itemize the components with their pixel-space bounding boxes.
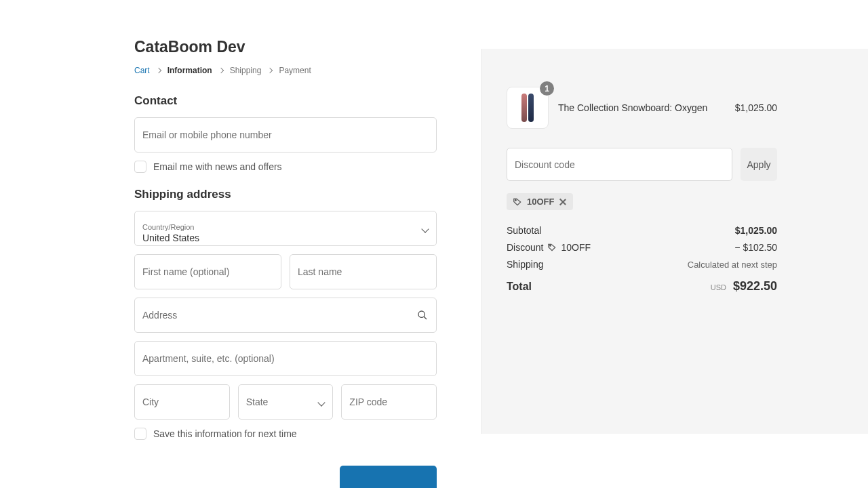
shipping-label: Shipping [507, 259, 544, 270]
subtotal-line: Subtotal $1,025.00 [507, 225, 777, 236]
product-thumbnail: 1 [507, 87, 549, 129]
news-offers-checkbox[interactable] [134, 161, 146, 173]
remove-discount-button[interactable] [559, 198, 567, 206]
currency-code: USD [711, 283, 726, 291]
first-name-input[interactable] [142, 266, 273, 277]
apartment-input[interactable] [142, 353, 429, 364]
news-offers-label: Email me with news and offers [153, 161, 282, 172]
svg-point-2 [515, 199, 517, 201]
breadcrumb: Cart Information Shipping Payment [134, 66, 437, 75]
zip-field-wrapper [341, 384, 437, 420]
subtotal-value: $1,025.00 [735, 225, 777, 236]
last-name-input[interactable] [298, 266, 429, 277]
address-input[interactable] [142, 310, 429, 321]
shipping-value: Calculated at next step [688, 260, 777, 270]
country-select[interactable]: Country/Region United States [134, 211, 437, 246]
apply-button[interactable]: Apply [741, 148, 777, 181]
tag-icon [513, 197, 522, 207]
chevron-right-icon [155, 68, 161, 73]
city-input[interactable] [142, 396, 222, 407]
breadcrumb-shipping: Shipping [230, 66, 262, 75]
svg-line-1 [424, 317, 427, 319]
breadcrumb-cart[interactable]: Cart [134, 66, 150, 75]
discount-row: Apply [507, 148, 777, 181]
total-label: Total [507, 281, 532, 293]
email-input[interactable] [142, 129, 429, 140]
zip-input[interactable] [349, 396, 429, 407]
product-row: 1 The Collection Snowboard: Oxygen $1,02… [507, 87, 777, 129]
save-info-row: Save this information for next time [134, 428, 437, 440]
country-value: United States [142, 232, 199, 243]
country-label: Country/Region [142, 223, 194, 231]
state-placeholder: State [246, 396, 269, 407]
order-summary: 1 The Collection Snowboard: Oxygen $1,02… [481, 49, 868, 434]
product-name: The Collection Snowboard: Oxygen [558, 102, 726, 113]
discount-label: Discount [507, 242, 543, 253]
store-name: CataBoom Dev [134, 38, 437, 56]
first-name-field-wrapper [134, 254, 281, 289]
save-info-checkbox[interactable] [134, 428, 146, 440]
email-field-wrapper [134, 117, 437, 152]
address-field-wrapper [134, 298, 437, 333]
quantity-badge: 1 [540, 81, 554, 96]
product-price: $1,025.00 [735, 102, 777, 113]
total-value: $922.50 [733, 279, 777, 293]
contact-heading: Contact [134, 94, 437, 108]
last-name-field-wrapper [290, 254, 437, 289]
discount-value: − $102.50 [734, 242, 777, 253]
city-field-wrapper [134, 384, 230, 420]
continue-button[interactable] [340, 466, 437, 488]
news-offers-row: Email me with news and offers [134, 161, 437, 173]
total-line: Total USD $922.50 [507, 279, 777, 293]
chevron-down-icon [319, 396, 324, 408]
state-select[interactable]: State [238, 384, 334, 420]
discount-code: 10OFF [561, 242, 591, 253]
search-icon [417, 310, 428, 321]
chevron-down-icon [422, 222, 428, 235]
apartment-field-wrapper [134, 341, 437, 376]
shipping-heading: Shipping address [134, 188, 437, 201]
discount-tag: 10OFF [507, 193, 573, 210]
discount-input[interactable] [507, 148, 732, 181]
svg-point-3 [550, 245, 551, 247]
checkout-form: CataBoom Dev Cart Information Shipping P… [0, 0, 481, 488]
tag-icon [547, 243, 557, 252]
discount-tag-code: 10OFF [527, 197, 554, 207]
breadcrumb-payment: Payment [279, 66, 311, 75]
svg-point-0 [418, 311, 425, 317]
discount-line: Discount 10OFF − $102.50 [507, 242, 777, 253]
subtotal-label: Subtotal [507, 225, 541, 236]
chevron-right-icon [218, 68, 223, 73]
shipping-line: Shipping Calculated at next step [507, 259, 777, 270]
chevron-right-icon [267, 68, 273, 73]
save-info-label: Save this information for next time [153, 428, 297, 439]
breadcrumb-information: Information [167, 66, 212, 75]
